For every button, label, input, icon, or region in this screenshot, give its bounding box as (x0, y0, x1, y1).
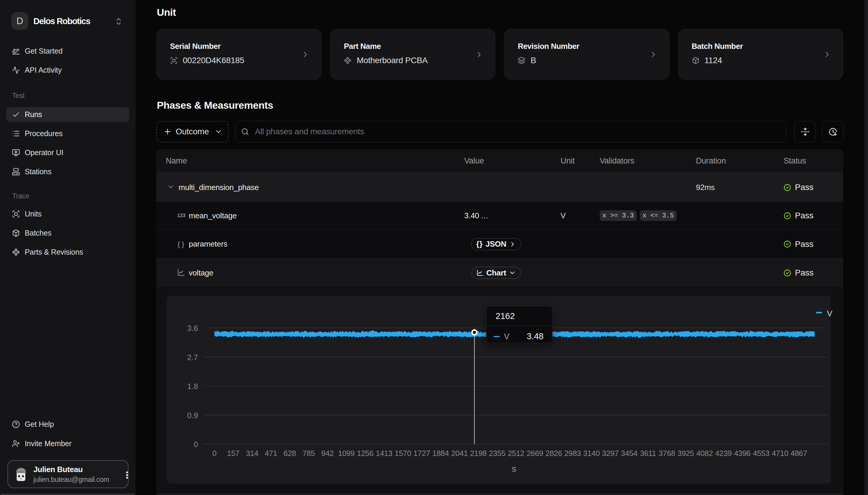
svg-text:V: V (827, 309, 833, 318)
